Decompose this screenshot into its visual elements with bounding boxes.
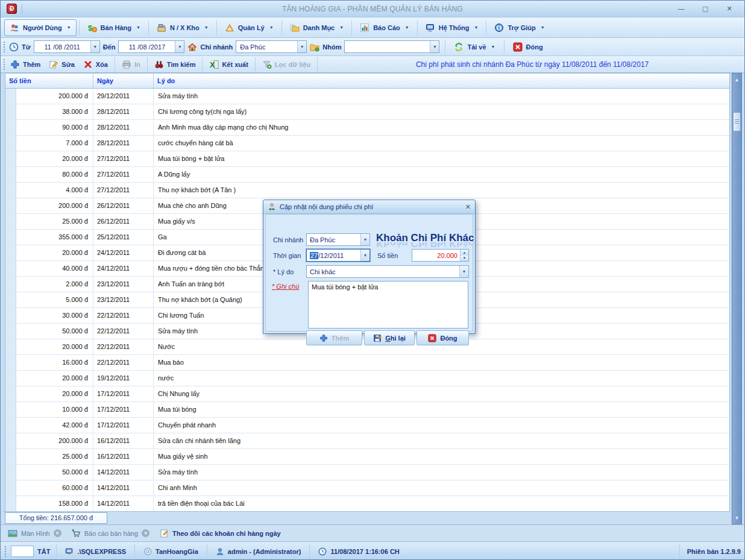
dialog-close-button-bottom[interactable]: Đóng — [417, 330, 469, 345]
row-selector[interactable] — [5, 214, 16, 229]
chevron-down-icon[interactable]: ▼ — [360, 234, 369, 245]
to-date-picker[interactable]: 11 /08 /2017 ▼ — [118, 40, 184, 53]
minimize-button[interactable]: — — [677, 5, 685, 13]
scroll-down-arrow-icon[interactable]: ▼ — [732, 513, 741, 523]
column-header-reason[interactable]: Lý do — [154, 74, 729, 88]
menu-item-danh-muc[interactable]: Danh Mục▼ — [284, 19, 350, 36]
table-row[interactable]: 60.000 đ 14/12/2011 Chi anh Minh — [5, 480, 729, 496]
table-row[interactable]: 20.000 đ 17/12/2011 Chị Nhung lấy — [5, 386, 729, 402]
table-row[interactable]: 20.000 đ 19/12/2011 nước — [5, 371, 729, 386]
chevron-down-icon[interactable]: ▼ — [175, 41, 184, 52]
chevron-down-icon[interactable]: ▼ — [90, 41, 99, 52]
row-selector[interactable] — [5, 402, 16, 417]
table-row[interactable]: 158.000 đ 14/12/2011 trả tiền điện thoại… — [5, 496, 729, 512]
maximize-button[interactable]: ▢ — [701, 5, 709, 13]
row-selector[interactable] — [5, 261, 16, 276]
row-selector[interactable] — [5, 183, 16, 198]
tab-man-hinh[interactable]: Màn Hình ✕ — [4, 526, 65, 541]
menu-item-nx-kho[interactable]: N / X Kho▼ — [151, 19, 214, 36]
close-filter-button[interactable]: Đóng — [510, 40, 546, 54]
dialog-reason-select[interactable]: Chi khác ▼ — [306, 265, 469, 278]
row-selector[interactable] — [5, 198, 16, 213]
delete-button[interactable]: Xóa — [79, 58, 112, 71]
chevron-down-icon[interactable]: ▼ — [459, 266, 468, 277]
menu-item-nguoi-dung[interactable]: Người Dùng▼ — [4, 19, 77, 36]
vertical-scrollbar[interactable]: ▲ ▼ — [732, 73, 742, 524]
toolbar-grip[interactable] — [4, 546, 7, 558]
status-power[interactable]: TÁT — [37, 548, 50, 555]
row-selector[interactable] — [5, 167, 16, 182]
chevron-down-icon[interactable]: ▼ — [297, 41, 306, 52]
dialog-save-button[interactable]: Ghi lại — [364, 330, 415, 345]
cell-reason: Mua báo — [154, 355, 729, 370]
table-row[interactable]: 7.000 đ 28/12/2011 cước chuyển hàng cát … — [5, 136, 729, 151]
row-selector[interactable] — [5, 277, 16, 292]
edit-button[interactable]: Sửa — [45, 58, 78, 71]
row-selector[interactable] — [5, 292, 16, 307]
from-date-picker[interactable]: 11 /08 /2011 ▼ — [34, 40, 100, 53]
table-row[interactable]: 4.000 đ 27/12/2011 Thu nợ khách bớt (A T… — [5, 183, 729, 198]
row-selector[interactable] — [5, 308, 16, 323]
table-row[interactable]: 200.000 đ 16/12/2011 Sửa cân chi nhánh t… — [5, 433, 729, 449]
search-button[interactable]: Tìm kiếm — [150, 58, 200, 71]
column-header-date[interactable]: Ngày — [93, 74, 154, 88]
row-selector[interactable] — [5, 230, 16, 245]
table-row[interactable]: 25.000 đ 16/12/2011 Mua giấy vệ sinh — [5, 449, 729, 465]
row-selector[interactable] — [5, 104, 16, 119]
dialog-branch-select[interactable]: Đa Phúc ▼ — [306, 233, 370, 246]
row-selector[interactable] — [5, 120, 16, 135]
row-selector[interactable] — [5, 371, 16, 386]
scrollbar-thumb[interactable] — [733, 112, 741, 131]
dialog-title-bar[interactable]: Cập nhật nội dung phiếu chi phí ✕ — [263, 200, 475, 214]
table-row[interactable]: 20.000 đ 27/12/2011 Mua túi bóng + bật l… — [5, 151, 729, 167]
tab-close-icon[interactable]: ✕ — [54, 529, 61, 537]
table-row[interactable]: 200.000 đ 29/12/2011 Sửa máy tính — [5, 89, 729, 104]
close-button[interactable]: ✕ — [725, 5, 734, 13]
amount-spinner[interactable]: ▲▼ — [460, 250, 468, 261]
row-selector[interactable] — [5, 324, 16, 339]
menu-item-quan-ly[interactable]: Quản Lý▼ — [219, 19, 279, 36]
row-selector[interactable] — [5, 386, 16, 401]
table-row[interactable]: 16.000 đ 22/12/2011 Mua báo — [5, 355, 729, 371]
row-selector[interactable] — [5, 136, 16, 151]
tab-close-icon[interactable]: ✕ — [142, 529, 149, 537]
row-selector[interactable] — [5, 465, 16, 480]
row-selector[interactable] — [5, 355, 16, 370]
scroll-up-arrow-icon[interactable]: ▲ — [732, 75, 741, 84]
table-row[interactable]: 38.000 đ 28/12/2011 Chi lương công ty(ch… — [5, 104, 729, 120]
toolbar-grip[interactable] — [3, 41, 6, 53]
row-selector[interactable] — [5, 496, 16, 511]
table-row[interactable]: 80.000 đ 27/12/2011 A Dũng lấy — [5, 167, 729, 183]
row-selector[interactable] — [5, 89, 16, 104]
dialog-close-button[interactable]: ✕ — [465, 203, 471, 211]
dialog-amount-input[interactable]: 20.000 ▲▼ — [412, 249, 469, 262]
branch-select[interactable]: Đa Phúc ▼ — [236, 40, 307, 53]
row-selector[interactable] — [5, 433, 16, 448]
download-button[interactable]: Tải về▼ — [451, 40, 498, 54]
row-selector[interactable] — [5, 151, 16, 166]
chevron-down-icon[interactable]: ▼ — [430, 41, 439, 52]
menu-item-he-thong[interactable]: Hệ Thống▼ — [420, 19, 484, 36]
row-selector[interactable] — [5, 339, 16, 354]
table-row[interactable]: 42.000 đ 17/12/2011 Chuyển phát nhanh — [5, 418, 729, 433]
menu-item-bao-cao[interactable]: Báo Cáo▼ — [354, 19, 415, 36]
column-header-amount[interactable]: Số tiền — [5, 74, 93, 88]
cell-amount: 20.000 đ — [16, 339, 93, 354]
export-button[interactable]: X Kết xuất — [205, 58, 252, 71]
tab-bao-cao-ban-hang[interactable]: Báo cáo bán hàng ✕ — [68, 526, 153, 541]
table-row[interactable]: 50.000 đ 14/12/2011 Sửa máy tính — [5, 465, 729, 480]
dialog-note-textarea[interactable]: Mua túi bóng + bật lửa — [308, 281, 468, 329]
menu-item-tro-giup[interactable]: i Trợ Giúp▼ — [489, 19, 550, 36]
row-selector[interactable] — [5, 449, 16, 464]
row-selector[interactable] — [5, 418, 16, 433]
dialog-date-picker[interactable]: 27/12/2011 ▼ — [306, 249, 370, 262]
table-row[interactable]: 90.000 đ 28/12/2011 Anh Minh mua dây cáp… — [5, 120, 729, 136]
chevron-down-icon[interactable]: ▼ — [360, 250, 369, 261]
menu-item-ban-hang[interactable]: $ Bán Hàng▼ — [82, 19, 146, 36]
row-selector[interactable] — [5, 480, 16, 496]
tab-theo-doi-chi[interactable]: Theo dõi các khoản chi hàng ngày — [156, 526, 284, 541]
add-button[interactable]: Thêm — [6, 58, 45, 71]
row-selector[interactable] — [5, 245, 16, 260]
table-row[interactable]: 10.000 đ 17/12/2011 Mua túi bóng — [5, 402, 729, 418]
group-select[interactable]: ▼ — [344, 40, 439, 53]
